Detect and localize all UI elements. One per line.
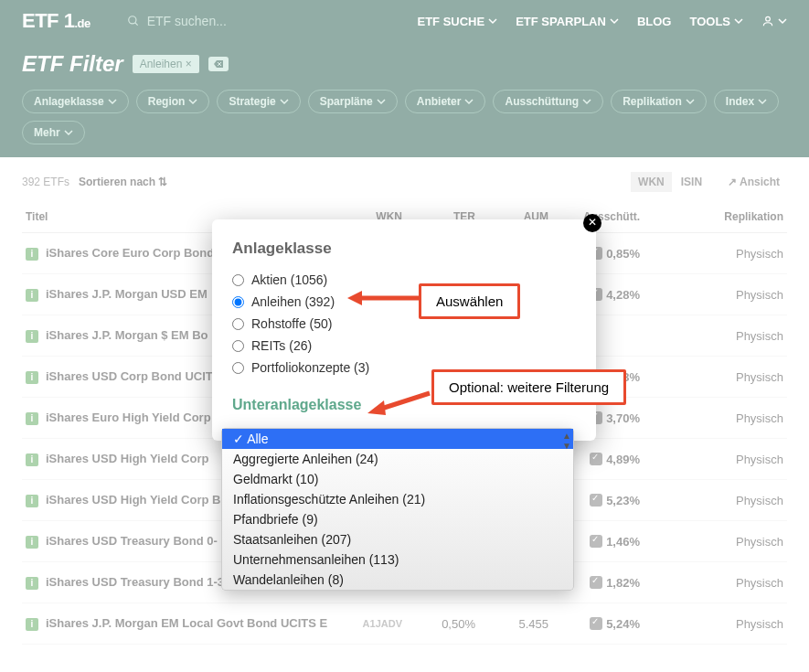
dropdown-option[interactable]: Geldmarkt (10) bbox=[222, 469, 573, 489]
svg-marker-4 bbox=[347, 291, 362, 305]
radio-option[interactable]: Aktien (1056) bbox=[232, 269, 576, 291]
dropdown-option[interactable]: Unternehmensanleihen (113) bbox=[222, 549, 573, 570]
radio-input[interactable] bbox=[232, 362, 244, 374]
subclass-dropdown[interactable]: ▲▼ AlleAggregierte Anleihen (24)Geldmark… bbox=[221, 428, 574, 591]
radio-input[interactable] bbox=[232, 340, 244, 352]
radio-input[interactable] bbox=[232, 296, 244, 308]
radio-input[interactable] bbox=[232, 274, 244, 286]
radio-option[interactable]: REITs (26) bbox=[232, 335, 576, 357]
svg-line-5 bbox=[378, 393, 430, 410]
dropdown-option[interactable]: Inflationsgeschützte Anleihen (21) bbox=[222, 489, 573, 509]
arrow-icon bbox=[347, 289, 420, 307]
close-icon[interactable]: ✕ bbox=[583, 214, 601, 232]
svg-marker-6 bbox=[367, 400, 386, 415]
dropdown-option[interactable]: Alle bbox=[222, 429, 573, 449]
dropdown-option[interactable]: Pfandbriefe (9) bbox=[222, 509, 573, 529]
callout-optional: Optional: weitere Filterung bbox=[431, 369, 626, 405]
radio-input[interactable] bbox=[232, 318, 244, 330]
dropdown-option[interactable]: Aggregierte Anleihen (24) bbox=[222, 449, 573, 469]
radio-option[interactable]: Rohstoffe (50) bbox=[232, 313, 576, 335]
callout-select: Auswählen bbox=[419, 283, 520, 319]
dropdown-option[interactable]: Wandelanleihen (8) bbox=[222, 570, 573, 590]
dropdown-option[interactable]: Staatsanleihen (207) bbox=[222, 529, 573, 549]
modal-title: Anlageklasse bbox=[232, 240, 576, 258]
dropdown-handle-icon: ▲▼ bbox=[562, 431, 571, 451]
arrow-icon bbox=[366, 388, 435, 419]
